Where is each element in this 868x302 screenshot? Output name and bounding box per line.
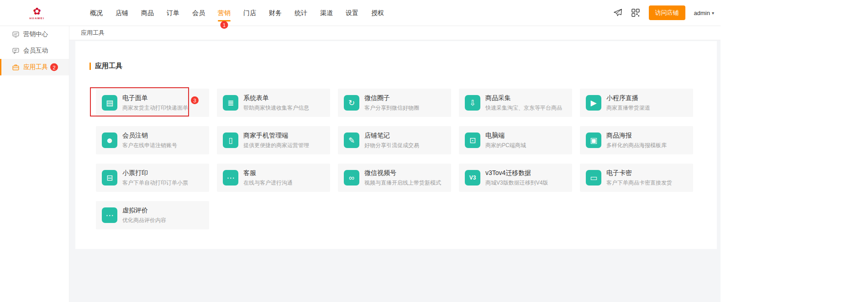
title-accent-bar xyxy=(89,63,91,70)
tool-card-title: 微信视频号 xyxy=(364,169,441,177)
sidebar-item-app-tools[interactable]: 应用工具2 xyxy=(0,59,69,75)
tool-card-product-collection[interactable]: ⇩商品采集快速采集淘宝、京东等平台商品 xyxy=(459,89,572,117)
member-interaction-icon xyxy=(12,48,19,54)
poster-image-icon: ▣ xyxy=(586,132,601,148)
sidebar-item-label: 会员互动 xyxy=(23,47,48,55)
tool-card-title: 店铺笔记 xyxy=(364,132,419,140)
send-icon[interactable] xyxy=(613,8,622,17)
note-pencil-icon: ✎ xyxy=(344,132,359,148)
tool-card-receipt-print[interactable]: ⊟小票打印客户下单自动打印订单小票 xyxy=(96,164,209,192)
tool-icon-glyph: ✎ xyxy=(348,137,355,144)
nav-item-marketing[interactable]: 营销1 xyxy=(211,0,237,26)
nav-item-label: 授权 xyxy=(371,9,384,16)
top-header: ✿ HUAWEI 概况店铺商品订单会员营销1门店财务统计渠道设置授权 访问店铺 xyxy=(0,0,721,26)
tool-card-wechat-circle[interactable]: ↻微信圈子客户分享到微信好物圈 xyxy=(338,89,451,117)
chevron-down-icon: ▾ xyxy=(712,11,714,16)
nav-item-settings[interactable]: 设置 xyxy=(339,0,365,26)
annotation-badge: 3 xyxy=(191,96,199,104)
nav-item-channel[interactable]: 渠道 xyxy=(314,0,339,26)
nav-item-member[interactable]: 会员 xyxy=(186,0,211,26)
tool-card-title: 电脑端 xyxy=(485,132,526,140)
tool-icon-glyph: V3 xyxy=(469,175,476,180)
nav-item-store[interactable]: 门店 xyxy=(237,0,263,26)
section-title: 应用工具 xyxy=(89,62,717,70)
tool-card-desc: 商家发货主动打印快递面单 xyxy=(122,104,188,112)
tool-card-product-poster[interactable]: ▣商品海报多样化的商品海报模板库 xyxy=(580,126,693,154)
tool-card-member-cancellation[interactable]: ☻会员注销客户在线申请注销账号 xyxy=(96,126,209,154)
tool-card-desc: 提供更便捷的商家运营管理 xyxy=(243,142,309,149)
nav-item-label: 店铺 xyxy=(116,9,128,16)
nav-item-label: 门店 xyxy=(243,9,256,16)
app-tools-icon xyxy=(12,64,19,71)
chat-dots-icon: ⋯ xyxy=(223,170,238,185)
tool-card-title: v3Tov4迁移数据 xyxy=(485,169,548,177)
tool-card-system-form[interactable]: ≣系统表单帮助商家快速收集客户信息 xyxy=(217,89,330,117)
tool-icon-glyph: ⋯ xyxy=(227,174,235,182)
tool-card-title: 商品海报 xyxy=(606,132,667,140)
tool-card-virtual-review[interactable]: ⋯虚拟评价优化商品评价内容 xyxy=(96,201,209,229)
breadcrumb: 应用工具 xyxy=(69,26,721,40)
tool-card-pc-mall[interactable]: ⊡电脑端商家的PC端商城 xyxy=(459,126,572,154)
nav-item-authorization[interactable]: 授权 xyxy=(365,0,390,26)
nav-item-label: 概况 xyxy=(90,9,103,16)
sidebar-item-member-interaction[interactable]: 会员互动 xyxy=(0,42,69,59)
nav-item-product[interactable]: 商品 xyxy=(135,0,160,26)
tool-card-title: 小票打印 xyxy=(122,169,188,177)
tool-card-miniprogram-live[interactable]: ▶小程序直播商家直播带货渠道 xyxy=(580,89,693,117)
huawei-logo-icon: ✿ xyxy=(25,6,49,16)
qr-scan-icon[interactable] xyxy=(631,8,640,17)
tool-card-desc: 客户在线申请注销账号 xyxy=(122,142,177,149)
tool-card-e-waybill[interactable]: ▤电子面单商家发货主动打印快递面单3 xyxy=(96,89,209,117)
nav-item-label: 统计 xyxy=(295,9,307,16)
tool-card-wechat-video[interactable]: ∞微信视频号视频与直播开启线上带货新模式 xyxy=(338,164,451,192)
nav-item-order[interactable]: 订单 xyxy=(160,0,186,26)
content-area: 应用工具 ▤电子面单商家发货主动打印快递面单3≣系统表单帮助商家快速收集客户信息… xyxy=(69,40,721,302)
nav-item-shop[interactable]: 店铺 xyxy=(109,0,135,26)
tools-grid: ▤电子面单商家发货主动打印快递面单3≣系统表单帮助商家快速收集客户信息↻微信圈子… xyxy=(96,89,717,229)
tool-card-title: 虚拟评价 xyxy=(122,207,166,215)
tool-card-desc: 客户下单商品卡密直接发货 xyxy=(606,179,672,187)
form-document-icon: ≣ xyxy=(223,95,238,111)
tool-card-desc: 客户下单自动打印订单小票 xyxy=(122,179,188,187)
tool-card-desc: 多样化的商品海报模板库 xyxy=(606,142,667,149)
nav-item-label: 设置 xyxy=(346,9,358,16)
collect-download-icon: ⇩ xyxy=(465,95,480,111)
tool-card-title: 系统表单 xyxy=(243,94,309,102)
nav-item-overview[interactable]: 概况 xyxy=(84,0,109,26)
tool-icon-glyph: ↻ xyxy=(348,99,355,107)
tool-card-desc: 帮助商家快速收集客户信息 xyxy=(243,104,309,112)
tool-card-customer-service[interactable]: ⋯客服在线与客户进行沟通 xyxy=(217,164,330,192)
tool-icon-glyph: ▯ xyxy=(228,137,232,144)
printer-icon: ⊟ xyxy=(102,170,117,185)
tool-card-title: 小程序直播 xyxy=(606,94,650,102)
content-column: 应用工具 应用工具 ▤电子面单商家发货主动打印快递面单3≣系统表单帮助商家快速收… xyxy=(69,26,721,302)
tool-card-desc: 商家的PC端商城 xyxy=(485,142,526,149)
tool-card-shop-notes[interactable]: ✎店铺笔记好物分享引流促成交易 xyxy=(338,126,451,154)
annotation-badge: 2 xyxy=(50,64,58,71)
tool-icon-glyph: ⊟ xyxy=(106,174,113,182)
tool-card-desc: 好物分享引流促成交易 xyxy=(364,142,419,149)
tool-card-v3tov4-migration[interactable]: V3v3Tov4迁移数据商城V3版数据迁移到V4版 xyxy=(459,164,572,192)
nav-item-label: 商品 xyxy=(141,9,154,16)
waybill-document-icon: ▤ xyxy=(102,95,117,111)
nav-item-statistics[interactable]: 统计 xyxy=(288,0,314,26)
tool-card-title: 电子面单 xyxy=(122,94,188,102)
tool-card-title: 客服 xyxy=(243,169,293,177)
nav-item-finance[interactable]: 财务 xyxy=(263,0,288,26)
huawei-logo-text: HUAWEI xyxy=(25,17,49,20)
tool-card-merchant-mobile-admin[interactable]: ▯商家手机管理端提供更便捷的商家运营管理 xyxy=(217,126,330,154)
tool-icon-glyph: ⋯ xyxy=(106,212,114,219)
tool-card-e-card-key[interactable]: ▭电子卡密客户下单商品卡密直接发货 xyxy=(580,164,693,192)
tool-icon-glyph: ▣ xyxy=(590,137,597,144)
user-menu[interactable]: admin ▾ xyxy=(694,10,714,16)
card-icon: ▭ xyxy=(586,170,601,185)
top-nav: 概况店铺商品订单会员营销1门店财务统计渠道设置授权 xyxy=(84,0,390,26)
main-panel: 应用工具 ▤电子面单商家发货主动打印快递面单3≣系统表单帮助商家快速收集客户信息… xyxy=(75,41,717,249)
tool-card-desc: 商城V3版数据迁移到V4版 xyxy=(485,179,548,187)
section-title-text: 应用工具 xyxy=(95,62,122,70)
header-actions: 访问店铺 admin ▾ xyxy=(613,0,714,26)
visit-shop-button[interactable]: 访问店铺 xyxy=(649,5,685,20)
pc-monitor-icon: ⊡ xyxy=(465,132,480,148)
tool-card-desc: 在线与客户进行沟通 xyxy=(243,179,293,187)
sidebar-item-marketing-center[interactable]: 营销中心 xyxy=(0,26,69,42)
